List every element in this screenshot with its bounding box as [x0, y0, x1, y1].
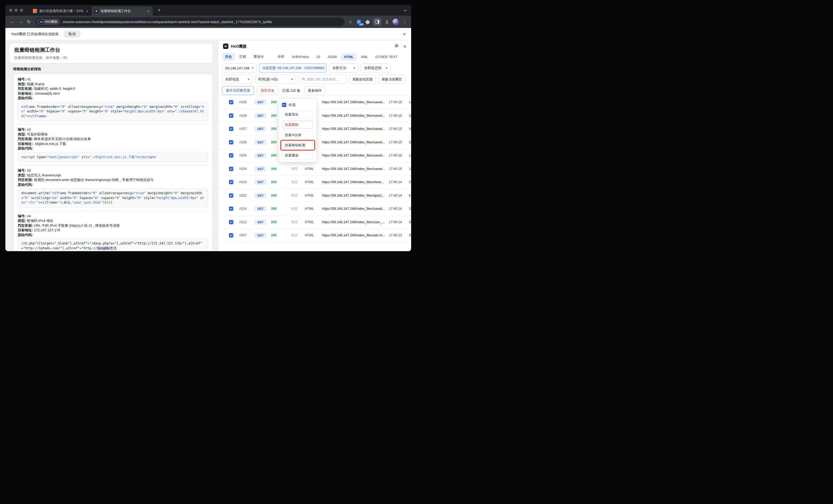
row-url[interactable]: https://59.148.147.246/index_files/saved…: [322, 100, 385, 104]
panel-header: HxO鹰眼 ×: [218, 40, 411, 52]
panel-tab-拦截[interactable]: 拦截: [236, 53, 249, 61]
entry-fields: 编号: #3类型: 动态写入 iframe/script判定依据: 检测到 do…: [18, 168, 208, 187]
menu-item[interactable]: 批量重放: [282, 151, 313, 160]
panel-tab-重放台[interactable]: 重放台: [251, 53, 267, 61]
row-checkbox[interactable]: [229, 193, 233, 198]
panel-tab-历史[interactable]: 历史: [222, 53, 235, 61]
row-size: 31: [409, 127, 411, 131]
browser-tab[interactable]: 旅行的意義到底是什麼！20句旅 ×: [30, 6, 92, 16]
menu-item[interactable]: 批量暗链检测: [282, 141, 313, 149]
row-url[interactable]: https://59.148.147.246/index_files/saved…: [322, 140, 385, 144]
back-icon[interactable]: ←: [8, 18, 17, 26]
row-checkbox[interactable]: [229, 233, 233, 238]
address-bar[interactable]: HxO鹰眼 chrome-extension://knkfdpcheldaiib…: [35, 18, 344, 26]
extensions-puzzle-icon[interactable]: [364, 19, 371, 25]
row-checkbox[interactable]: [229, 153, 233, 158]
row-type: HTML: [305, 207, 316, 211]
row-url[interactable]: https://59.148.147.246/index_files/saved…: [322, 127, 385, 131]
row-checkbox[interactable]: [229, 220, 233, 224]
search-input[interactable]: [307, 77, 343, 81]
table-row[interactable]: #322 GET 200 响应 HTML https://59.148.147.…: [218, 189, 411, 202]
menu-item[interactable]: 批量导出: [282, 111, 313, 119]
tab-close-icon[interactable]: ×: [147, 9, 150, 13]
row-checkbox[interactable]: [229, 114, 233, 118]
row-checkbox[interactable]: [229, 180, 233, 184]
panel-tab-全部[interactable]: 全部: [275, 53, 287, 61]
status-code: 200: [271, 207, 280, 211]
row-url[interactable]: https://59.148.147.246/index_files/saved…: [322, 207, 385, 211]
sort-select[interactable]: 时间(新->旧): [255, 75, 296, 84]
extension-185-icon[interactable]: 185: [356, 19, 362, 25]
table-row[interactable]: #324 GET 200 响应 HTML https://59.148.147.…: [218, 163, 411, 176]
menu-item[interactable]: 批量AI分析: [282, 131, 313, 139]
row-url[interactable]: https://59.148.147.246/index_files/saved…: [322, 167, 385, 171]
infobar-close-icon[interactable]: ×: [403, 31, 406, 37]
row-url[interactable]: https://59.148.147.246/index_files/user_…: [322, 220, 385, 224]
profile-avatar[interactable]: [392, 19, 399, 25]
table-row[interactable]: #323 GET 200 响应 HTML https://59.148.147.…: [218, 176, 411, 189]
panel-tab-OTHER TEXT[interactable]: OTHER TEXT: [372, 53, 400, 61]
row-time: 17:40:13: [389, 234, 404, 237]
more-actions-button[interactable]: 更多操作: [304, 86, 325, 95]
refresh-capture-button[interactable]: 刷新抓包页面: [349, 75, 376, 84]
panel-tab-JS[interactable]: JS: [313, 53, 323, 61]
reload-icon[interactable]: ↻: [25, 18, 33, 26]
select-all-label: 全选: [288, 102, 295, 107]
row-time: 17:40:14: [389, 194, 404, 197]
cancel-debug-button[interactable]: 取消: [64, 30, 81, 38]
tab-close-icon[interactable]: ×: [85, 9, 89, 13]
row-url[interactable]: https://59.148.147.246/index_files/saved…: [322, 153, 385, 157]
pin-off-icon[interactable]: [395, 44, 399, 49]
menu-item-list: 批量导出批量删除批量AI分析批量暗链检测批量重放: [282, 111, 313, 160]
info-select[interactable]: 全部信息: [222, 75, 253, 84]
chevron-down-icon[interactable]: [403, 7, 408, 14]
host-select[interactable]: 59.148.147.246: [222, 64, 256, 73]
entry-field: 编号: #1: [18, 77, 208, 82]
bookmark-star-icon[interactable]: ☆: [347, 19, 354, 25]
zoom-window-button[interactable]: [20, 8, 23, 12]
table-row[interactable]: #314 GET 200 响应 HTML https://59.148.147.…: [218, 202, 411, 216]
panel-close-icon[interactable]: ×: [403, 44, 406, 49]
row-checkbox[interactable]: [229, 167, 233, 171]
entry-field: 原始代码:: [18, 146, 208, 151]
side-panel-toggle-button[interactable]: [373, 18, 381, 26]
row-checkbox[interactable]: [229, 207, 233, 211]
row-url[interactable]: https://59.148.147.246/index_files/apac(…: [322, 194, 385, 197]
status-select[interactable]: 全部状态码: [361, 64, 390, 73]
select-all-item[interactable]: 全选: [282, 101, 313, 109]
tab-favicon-icon: [94, 9, 98, 13]
close-window-button[interactable]: [9, 8, 13, 12]
panel-tab-XML[interactable]: XML: [358, 53, 371, 61]
row-checkbox[interactable]: [229, 127, 233, 131]
row-kind: 响应: [291, 220, 301, 224]
minimize-window-button[interactable]: [15, 8, 18, 12]
row-time: 17:40:14: [389, 220, 404, 224]
select-all-checkbox[interactable]: [282, 103, 286, 107]
menu-item[interactable]: 批量删除: [282, 121, 313, 129]
row-checkbox[interactable]: [229, 100, 233, 104]
method-badge: GET: [254, 153, 267, 158]
row-url[interactable]: https://59.148.147.246/index_files/ads.h…: [322, 234, 385, 237]
row-id: #323: [239, 180, 251, 184]
table-row[interactable]: #312 GET 200 响应 HTML https://59.148.147.…: [218, 216, 411, 229]
extension-chip[interactable]: HxO鹰眼: [37, 19, 60, 25]
panel-tab-HTML[interactable]: HTML: [341, 53, 357, 61]
row-url[interactable]: https://59.148.147.246/index_files/show.…: [322, 180, 385, 184]
new-tab-button[interactable]: +: [156, 7, 162, 13]
row-checkbox[interactable]: [229, 140, 233, 144]
table-row[interactable]: #307 GET 200 响应 HTML https://59.148.147.…: [218, 229, 411, 242]
row-url[interactable]: https://59.148.147.246/index_files/saved…: [322, 114, 385, 118]
panel-tab-JSON[interactable]: JSON: [325, 53, 340, 61]
download-icon[interactable]: [384, 19, 390, 25]
refresh-page-button[interactable]: 刷新当前网页: [379, 75, 405, 84]
method-select[interactable]: 全部方法: [329, 64, 358, 73]
forward-icon[interactable]: →: [17, 18, 25, 26]
entry-field: 编号: #3: [18, 168, 208, 173]
expand-full-page-button[interactable]: 展开为完整页面: [222, 86, 254, 95]
panel-tab-XHR/Fetch[interactable]: XHR/Fetch: [289, 53, 312, 61]
clear-history-button[interactable]: 清空历史: [257, 86, 278, 95]
browser-tab[interactable]: 批量暗链检测工作台 ×: [92, 6, 153, 16]
menu-dots-icon[interactable]: ⋮: [401, 19, 408, 25]
extension-logo-icon: [39, 20, 43, 24]
current-page-button[interactable]: 当前页面: 59.148.147.246 · #2037496662: [259, 64, 326, 73]
